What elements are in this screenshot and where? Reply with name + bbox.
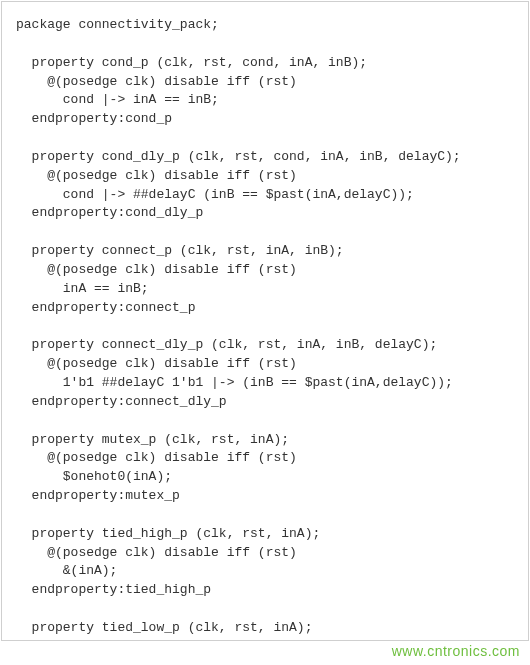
- code-line: endproperty:connect_dly_p: [16, 394, 227, 409]
- code-line: $onehot0(inA);: [16, 469, 172, 484]
- watermark-text: www.cntronics.com: [392, 641, 520, 661]
- code-line: endproperty:cond_p: [16, 111, 172, 126]
- code-block: package connectivity_pack; property cond…: [16, 16, 518, 641]
- code-line: property tied_high_p (clk, rst, inA);: [16, 526, 320, 541]
- code-line: @(posedge clk) disable iff (rst): [16, 262, 297, 277]
- code-line: property mutex_p (clk, rst, inA);: [16, 432, 289, 447]
- code-line: endproperty:connect_p: [16, 300, 195, 315]
- code-line: property connect_dly_p (clk, rst, inA, i…: [16, 337, 437, 352]
- code-line: @(posedge clk) disable iff (rst): [16, 168, 297, 183]
- code-line: property connect_p (clk, rst, inA, inB);: [16, 243, 344, 258]
- code-line: &(inA);: [16, 563, 117, 578]
- code-line: endproperty:mutex_p: [16, 488, 180, 503]
- code-line: endproperty:cond_dly_p: [16, 205, 203, 220]
- code-line: @(posedge clk) disable iff (rst): [16, 450, 297, 465]
- code-line: package connectivity_pack;: [16, 17, 219, 32]
- code-line: inA == inB;: [16, 281, 149, 296]
- code-line: endproperty:tied_high_p: [16, 582, 211, 597]
- code-frame: package connectivity_pack; property cond…: [1, 1, 529, 641]
- code-line: property cond_p (clk, rst, cond, inA, in…: [16, 55, 367, 70]
- code-line: 1'b1 ##delayC 1'b1 |-> (inB == $past(inA…: [16, 375, 453, 390]
- code-line: @(posedge clk) disable iff (rst): [16, 356, 297, 371]
- code-line: cond |-> inA == inB;: [16, 92, 219, 107]
- code-line: @(posedge clk) disable iff (rst): [16, 639, 297, 641]
- code-line: property tied_low_p (clk, rst, inA);: [16, 620, 312, 635]
- code-line: @(posedge clk) disable iff (rst): [16, 545, 297, 560]
- code-line: cond |-> ##delayC (inB == $past(inA,dela…: [16, 187, 414, 202]
- code-line: @(posedge clk) disable iff (rst): [16, 74, 297, 89]
- code-line: property cond_dly_p (clk, rst, cond, inA…: [16, 149, 461, 164]
